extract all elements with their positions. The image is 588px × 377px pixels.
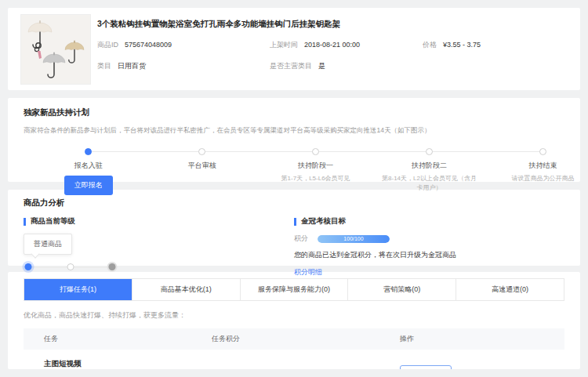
task-table: 任务 任务积分 操作 主图短视频 【运营建议】商品无主图短视频，影响商品点击转化… bbox=[24, 328, 564, 369]
task-cell: 主图短视频 【运营建议】商品无主图短视频，影响商品点击转化，建议您立即上传主图短… bbox=[24, 359, 212, 369]
table-row: 主图短视频 【运营建议】商品无主图短视频，影响商品点击转化，建议您立即上传主图短… bbox=[24, 350, 564, 369]
umbrella-hooks-photo bbox=[21, 15, 90, 84]
section-marker bbox=[24, 218, 26, 226]
product-card: 3个装粘钩挂钩置物架浴室免打孔雨伞多功能墙挂钩门后挂架钥匙架 商品ID57567… bbox=[8, 8, 580, 90]
section-marker bbox=[294, 218, 296, 226]
tab-basic-optimization[interactable]: 商品基本优化(1) bbox=[132, 279, 240, 300]
step-dot-active-icon bbox=[85, 148, 92, 155]
page: 3个装粘钩挂钩置物架浴室免打孔雨伞多功能墙挂钩门后挂架钥匙架 商品ID57567… bbox=[0, 0, 588, 377]
level-dot-current-icon bbox=[25, 263, 32, 270]
tasks-card: 打爆任务(1) 商品基本优化(1) 服务保障与服务能力(0) 营销策略(0) 高… bbox=[8, 272, 580, 369]
step-phase-2: 扶持阶段二 第8-14天，L2以上会员可见（含月卡用户） bbox=[375, 148, 485, 193]
task-action-cell: 立即优化 bbox=[400, 359, 564, 369]
task-tabs: 打爆任务(1) 商品基本优化(1) 服务保障与服务能力(0) 营销策略(0) 高… bbox=[24, 278, 564, 301]
tab-fast-channel[interactable]: 高速通道(0) bbox=[456, 279, 564, 300]
product-info: 3个装粘钩挂钩置物架浴室免打孔雨伞多功能墙挂钩门后挂架钥匙架 商品ID57567… bbox=[97, 14, 568, 84]
field-category: 类目日用百货 bbox=[97, 61, 270, 71]
field-price: 价格¥3.55 - 3.75 bbox=[423, 40, 568, 50]
tasks-hint: 优化商品，商品快速打爆、持续打爆，获更多流量： bbox=[24, 310, 564, 321]
level-tooltip: 普通商品 bbox=[24, 234, 72, 255]
field-main-category: 是否主营类目是 bbox=[270, 61, 423, 71]
score-detail-link[interactable]: 积分明细 bbox=[294, 267, 322, 277]
step-end: 扶持结束 请设置商品为公开商品 bbox=[488, 148, 588, 183]
level-dot-icon bbox=[109, 263, 116, 270]
score-progress-fill: 100/100 bbox=[318, 235, 390, 243]
signup-button[interactable]: 立即报名 bbox=[64, 176, 113, 195]
task-score: 2 bbox=[212, 359, 400, 369]
product-title: 3个装粘钩挂钩置物架浴室免打孔雨伞多功能墙挂钩门后挂架钥匙架 bbox=[97, 19, 568, 30]
goal-message: 您的商品已达到金冠积分，将在次日升级为金冠商品 bbox=[294, 250, 564, 260]
support-plan-description: 商家符合条件的新品参与计划后，平台将对该品进行半私密推广，在会员专区等专属渠道对… bbox=[24, 126, 564, 136]
current-level-heading: 商品当前等级 bbox=[24, 216, 294, 227]
score-row: 积分 100/100 bbox=[294, 234, 564, 244]
step-phase-1: 扶持阶段一 第1-7天，L5-L6会员可见 bbox=[261, 148, 371, 183]
tab-service-capability[interactable]: 服务保障与服务能力(0) bbox=[240, 279, 348, 300]
step-review: 平台审核 bbox=[147, 148, 257, 171]
optimize-now-button[interactable]: 立即优化 bbox=[400, 365, 452, 369]
support-plan-stepper: 报名入驻 立即报名 平台审核 扶持阶段一 第1-7天，L5-L6会员可见 扶持阶… bbox=[24, 148, 564, 197]
analysis-card: 商品力分析 商品当前等级 普通商品 金冠考核目标 bbox=[8, 190, 580, 266]
level-dot-icon bbox=[67, 263, 74, 270]
step-signup: 报名入驻 立即报名 bbox=[34, 148, 143, 195]
task-name: 主图短视频 bbox=[44, 359, 212, 369]
step-dot-icon bbox=[198, 148, 205, 155]
product-image bbox=[20, 14, 91, 85]
field-product-id: 商品ID575674048009 bbox=[97, 40, 270, 50]
step-dot-icon bbox=[312, 148, 319, 155]
support-plan-card: 独家新品扶持计划 商家符合条件的新品参与计划后，平台将对该品进行半私密推广，在会… bbox=[8, 98, 580, 182]
field-listing-time: 上架时间2018-08-21 00:00 bbox=[270, 40, 423, 50]
crown-goal-panel: 金冠考核目标 积分 100/100 您的商品已达到金冠积分，将在次日升级为金冠商… bbox=[294, 216, 564, 277]
crown-goal-heading: 金冠考核目标 bbox=[294, 216, 564, 227]
level-slider bbox=[25, 263, 115, 270]
score-progress-bar: 100/100 bbox=[318, 235, 390, 243]
step-dot-icon bbox=[539, 148, 546, 155]
tab-marketing-strategy[interactable]: 营销策略(0) bbox=[347, 279, 456, 300]
tab-burst-tasks[interactable]: 打爆任务(1) bbox=[24, 279, 132, 300]
step-dot-icon bbox=[426, 148, 433, 155]
table-header: 任务 任务积分 操作 bbox=[24, 328, 564, 350]
support-plan-title: 独家新品扶持计划 bbox=[24, 107, 564, 118]
current-level-panel: 商品当前等级 普通商品 bbox=[24, 216, 294, 277]
product-fields: 商品ID575674048009 上架时间2018-08-21 00:00 价格… bbox=[97, 40, 568, 71]
analysis-title: 商品力分析 bbox=[24, 198, 564, 208]
